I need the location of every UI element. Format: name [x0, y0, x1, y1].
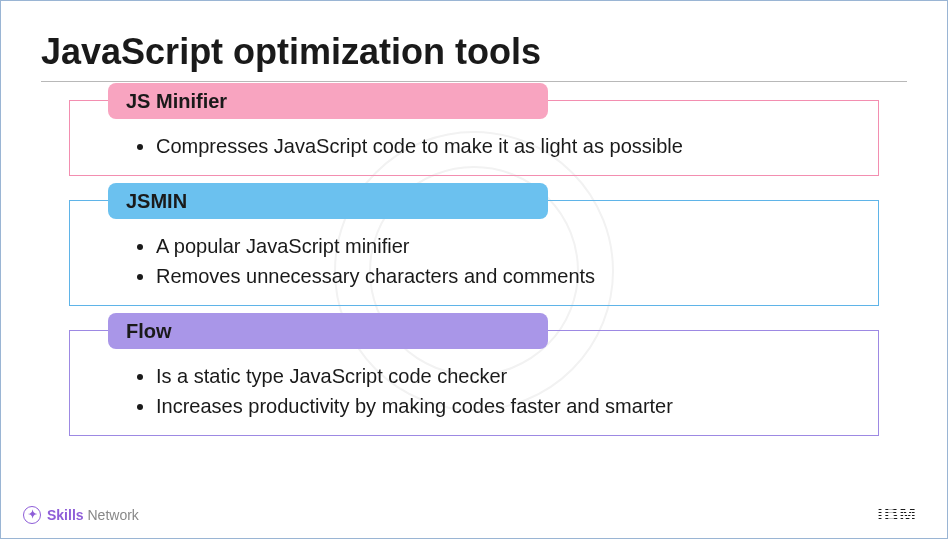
- list-item: Compresses JavaScript code to make it as…: [156, 131, 854, 161]
- card-list-jsmin: A popular JavaScript minifier Removes un…: [98, 231, 854, 291]
- skills-text-light: Network: [87, 507, 138, 523]
- card-jsmin: JSMIN A popular JavaScript minifier Remo…: [69, 200, 879, 306]
- list-item: Increases productivity by making codes f…: [156, 391, 854, 421]
- card-header-jsmin: JSMIN: [108, 183, 548, 219]
- card-header-flow: Flow: [108, 313, 548, 349]
- title-divider: [41, 81, 907, 82]
- list-item: A popular JavaScript minifier: [156, 231, 854, 261]
- card-header-js-minifier: JS Minifier: [108, 83, 548, 119]
- card-list-flow: Is a static type JavaScript code checker…: [98, 361, 854, 421]
- list-item: Is a static type JavaScript code checker: [156, 361, 854, 391]
- footer: ✦ Skills Network IBM: [23, 503, 917, 526]
- card-flow: Flow Is a static type JavaScript code ch…: [69, 330, 879, 436]
- skills-text-bold: Skills: [47, 507, 84, 523]
- skills-network-icon: ✦: [23, 506, 41, 524]
- cards-container: JS Minifier Compresses JavaScript code t…: [41, 100, 907, 436]
- page-title: JavaScript optimization tools: [41, 31, 907, 73]
- card-list-js-minifier: Compresses JavaScript code to make it as…: [98, 131, 854, 161]
- skills-network-logo: ✦ Skills Network: [23, 506, 139, 524]
- ibm-logo: IBM: [877, 503, 917, 526]
- card-js-minifier: JS Minifier Compresses JavaScript code t…: [69, 100, 879, 176]
- list-item: Removes unnecessary characters and comme…: [156, 261, 854, 291]
